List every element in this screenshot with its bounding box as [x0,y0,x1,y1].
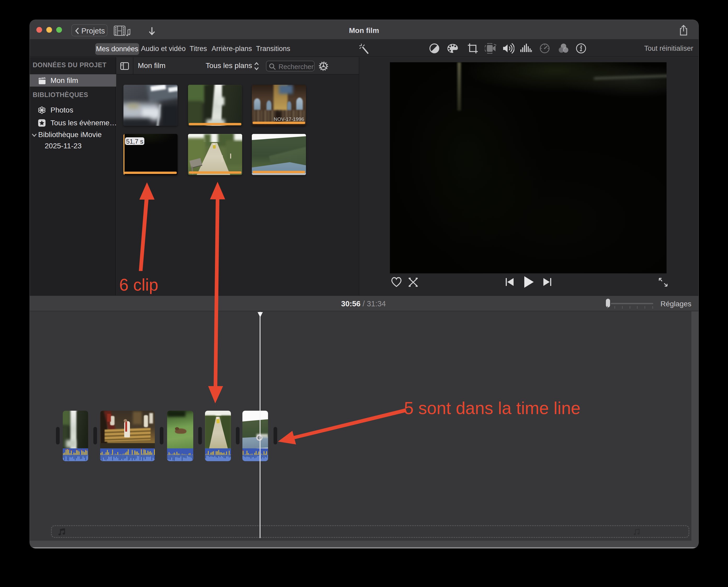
svg-text:5 sont dans la time line: 5 sont dans la time line [404,398,581,418]
svg-text:6 clip: 6 clip [119,276,158,294]
